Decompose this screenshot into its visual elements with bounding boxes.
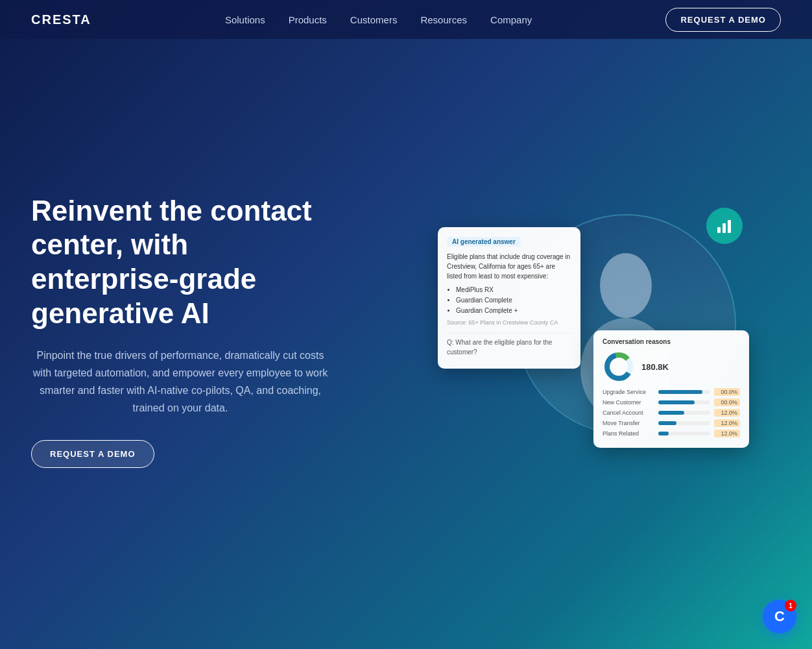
navbar: CRESTA Solutions Products Customers Reso… bbox=[0, 0, 812, 39]
stats-row-value: 12.0% bbox=[714, 430, 740, 437]
stats-bar-wrap bbox=[658, 432, 710, 435]
chat-widget[interactable]: 1 C bbox=[763, 600, 796, 633]
stats-card-title: Conversation reasons bbox=[603, 338, 740, 345]
svg-rect-2 bbox=[717, 227, 721, 233]
nav-links: Solutions Products Customers Resources C… bbox=[225, 14, 532, 25]
stats-rows: Upgrade Service 00.0% New Customer 00.0%… bbox=[603, 388, 740, 437]
nav-products[interactable]: Products bbox=[289, 14, 327, 25]
ai-bullet-2: Guardian Complete bbox=[456, 295, 571, 306]
hero-content: Reinvent the contact center, with enterp… bbox=[31, 194, 406, 469]
stats-bar bbox=[658, 432, 669, 435]
nav-solutions[interactable]: Solutions bbox=[225, 14, 265, 25]
hero-section: Reinvent the contact center, with enterp… bbox=[0, 0, 812, 649]
stats-row-item: Plans Related 12.0% bbox=[603, 430, 740, 437]
hero-cta-button[interactable]: REQUEST A DEMO bbox=[31, 440, 154, 468]
stats-bar bbox=[658, 390, 702, 394]
hero-visual: AI generated answer Eligible plans that … bbox=[406, 201, 781, 461]
nav-logo[interactable]: CRESTA bbox=[31, 12, 91, 27]
donut-value: 180.8K bbox=[641, 362, 669, 372]
stats-row-label: Move Transfer bbox=[603, 420, 654, 426]
stats-row-item: Move Transfer 12.0% bbox=[603, 419, 740, 427]
ai-bullet-3: Guardian Complete + bbox=[456, 306, 571, 316]
stats-bar-wrap bbox=[658, 400, 710, 404]
stats-row-label: Plans Related bbox=[603, 430, 654, 437]
stats-bar bbox=[658, 400, 695, 404]
hero-heading-bold: enterprise-grade generative AI bbox=[31, 263, 256, 329]
chart-icon-bubble bbox=[706, 208, 743, 244]
hero-heading-normal: Reinvent the contact center, with bbox=[31, 195, 312, 261]
svg-point-0 bbox=[600, 253, 652, 318]
ai-answer-bullets: MediPlus RX Guardian Complete Guardian C… bbox=[456, 285, 571, 316]
svg-rect-3 bbox=[722, 223, 726, 233]
hero-illustration: AI generated answer Eligible plans that … bbox=[438, 201, 749, 461]
stats-row-value: 12.0% bbox=[714, 419, 740, 427]
stats-row-value: 12.0% bbox=[714, 409, 740, 417]
stats-row-item: New Customer 00.0% bbox=[603, 398, 740, 406]
stats-row-label: Cancel Account bbox=[603, 410, 654, 416]
stats-bar-wrap bbox=[658, 411, 710, 415]
stats-row-item: Cancel Account 12.0% bbox=[603, 409, 740, 417]
ai-answer-card: AI generated answer Eligible plans that … bbox=[438, 227, 580, 369]
stats-bar bbox=[658, 411, 684, 415]
ai-bullet-1: MediPlus RX bbox=[456, 285, 571, 295]
svg-rect-4 bbox=[728, 220, 731, 233]
stats-row-label: New Customer bbox=[603, 399, 654, 406]
stats-bar-wrap bbox=[658, 390, 710, 394]
nav-resources[interactable]: Resources bbox=[420, 14, 467, 25]
stats-row-value: 00.0% bbox=[714, 388, 740, 396]
stats-bar bbox=[658, 421, 676, 425]
nav-customers[interactable]: Customers bbox=[350, 14, 398, 25]
ai-source: Source: 65+ Plans in Crestview County CA bbox=[447, 319, 571, 328]
nav-cta-button[interactable]: REQUEST A DEMO bbox=[665, 8, 781, 32]
stats-row-value: 00.0% bbox=[714, 398, 740, 406]
ai-badge: AI generated answer bbox=[447, 237, 521, 247]
hero-heading: Reinvent the contact center, with enterp… bbox=[31, 194, 406, 331]
ai-question: Q: What are the eligible plans for the c… bbox=[447, 333, 571, 357]
stats-row-item: Upgrade Service 00.0% bbox=[603, 388, 740, 396]
hero-subtext: Pinpoint the true drivers of performance… bbox=[31, 347, 329, 417]
chat-badge: 1 bbox=[785, 600, 796, 611]
nav-company[interactable]: Company bbox=[490, 14, 532, 25]
chat-icon: C bbox=[774, 608, 785, 625]
ai-answer-text: Eligible plans that include drug coverag… bbox=[447, 252, 571, 281]
stats-row-label: Upgrade Service bbox=[603, 389, 654, 395]
stats-bar-wrap bbox=[658, 421, 710, 425]
stats-card: Conversation reasons 180.8K Upgrade Serv… bbox=[593, 330, 749, 448]
donut-chart bbox=[603, 350, 635, 383]
